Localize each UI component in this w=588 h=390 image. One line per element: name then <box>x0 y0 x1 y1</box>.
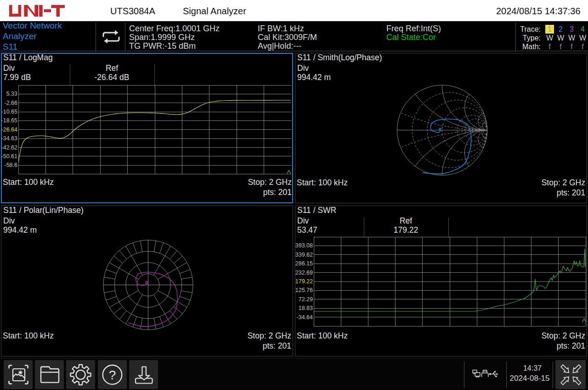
svg-text:?: ? <box>109 368 116 382</box>
